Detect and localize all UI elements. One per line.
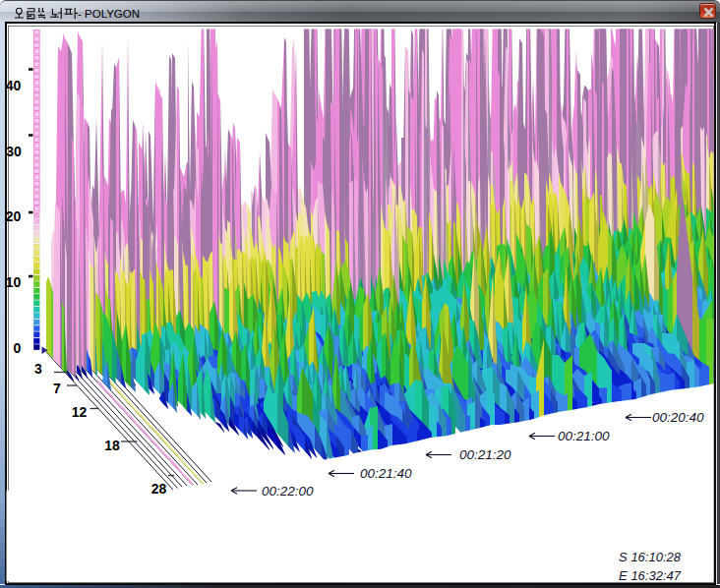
svg-text:0: 0 — [14, 340, 22, 356]
svg-text:12: 12 — [72, 404, 88, 420]
svg-text:20: 20 — [6, 208, 22, 224]
svg-text:18: 18 — [104, 438, 120, 453]
svg-text:7: 7 — [53, 381, 61, 396]
svg-text:30: 30 — [6, 144, 22, 159]
svg-text:00:21:20: 00:21:20 — [459, 447, 511, 462]
svg-text:00:21:00: 00:21:00 — [558, 429, 610, 443]
svg-text:3: 3 — [34, 361, 42, 377]
svg-text:00:21:40: 00:21:40 — [360, 466, 412, 481]
svg-text:40: 40 — [6, 78, 22, 93]
svg-text:S 16:10:28: S 16:10:28 — [619, 550, 682, 564]
svg-text:E 16:32:47: E 16:32:47 — [619, 568, 682, 583]
svg-text:00:22:00: 00:22:00 — [262, 484, 314, 499]
svg-text:28: 28 — [151, 481, 167, 497]
svg-text:10: 10 — [6, 274, 22, 290]
svg-text:00:20:40: 00:20:40 — [652, 410, 704, 425]
